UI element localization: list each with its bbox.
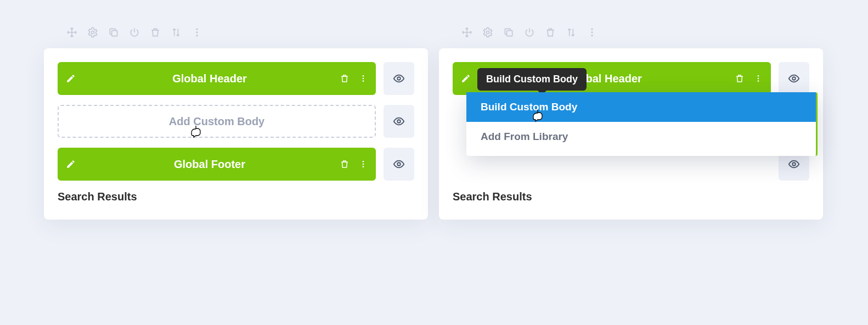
trash-icon[interactable] xyxy=(335,159,354,169)
svg-point-14 xyxy=(487,31,489,34)
panel-toolbar xyxy=(439,16,823,48)
svg-point-13 xyxy=(397,162,401,166)
section-title: Search Results xyxy=(58,190,414,203)
move-icon[interactable] xyxy=(66,26,78,38)
svg-point-18 xyxy=(591,35,593,36)
template-panel-left: Global Header Add Custom Body Global Foo… xyxy=(44,16,428,309)
pencil-icon[interactable] xyxy=(58,159,84,169)
svg-point-4 xyxy=(196,35,198,36)
more-icon[interactable] xyxy=(191,26,203,38)
trash-icon[interactable] xyxy=(730,74,749,83)
option-build-custom-body[interactable]: Build Custom Body xyxy=(466,92,816,122)
visibility-toggle[interactable] xyxy=(384,148,414,181)
option-label: Build Custom Body xyxy=(481,101,577,113)
svg-point-6 xyxy=(363,78,364,80)
visibility-toggle[interactable] xyxy=(384,62,414,95)
svg-point-22 xyxy=(792,77,796,80)
visibility-toggle[interactable] xyxy=(384,105,414,138)
trash-icon[interactable] xyxy=(544,26,556,38)
template-card: Global Header Add Custom Body Global Foo… xyxy=(44,48,428,220)
more-icon[interactable] xyxy=(749,74,768,83)
footer-row: Global Footer xyxy=(58,148,414,181)
global-footer-bar[interactable]: Global Footer xyxy=(58,148,376,181)
svg-point-0 xyxy=(92,31,94,34)
panel-toolbar xyxy=(44,16,428,48)
svg-point-19 xyxy=(758,75,759,77)
svg-point-12 xyxy=(363,166,364,167)
header-row: Global Header xyxy=(58,62,414,95)
trash-icon[interactable] xyxy=(335,74,354,83)
power-icon[interactable] xyxy=(128,26,140,38)
svg-point-16 xyxy=(591,29,593,30)
global-header-bar[interactable]: Global Header xyxy=(58,62,376,95)
more-icon[interactable] xyxy=(354,159,373,169)
gear-icon[interactable] xyxy=(87,26,99,38)
svg-rect-1 xyxy=(112,31,117,36)
svg-point-21 xyxy=(758,80,759,82)
add-custom-body-placeholder[interactable]: Add Custom Body xyxy=(58,105,376,138)
svg-point-11 xyxy=(363,164,364,165)
svg-point-2 xyxy=(196,29,198,30)
svg-point-5 xyxy=(363,75,364,77)
move-icon[interactable] xyxy=(461,26,473,38)
pencil-icon[interactable] xyxy=(58,74,84,83)
svg-point-17 xyxy=(591,31,593,33)
template-panel-right: Global Header Build Custom Body Build Cu… xyxy=(439,16,823,309)
gear-icon[interactable] xyxy=(482,26,494,38)
footer-label: Global Footer xyxy=(84,158,335,171)
tooltip: Build Custom Body xyxy=(477,68,587,91)
template-card: Global Header Build Custom Body Build Cu… xyxy=(439,48,823,220)
svg-point-7 xyxy=(363,80,364,82)
option-label: Add From Library xyxy=(481,131,568,142)
duplicate-icon[interactable] xyxy=(503,26,515,38)
body-row: Add Custom Body xyxy=(58,105,414,138)
svg-point-10 xyxy=(363,161,364,162)
sort-icon[interactable] xyxy=(170,26,182,38)
duplicate-icon[interactable] xyxy=(108,26,120,38)
svg-point-24 xyxy=(792,162,796,166)
pencil-icon[interactable] xyxy=(453,74,479,83)
add-body-dropdown: Build Custom Body Build Custom Body Add … xyxy=(466,92,818,156)
svg-point-20 xyxy=(758,78,759,80)
svg-point-3 xyxy=(196,31,198,33)
more-icon[interactable] xyxy=(354,74,373,83)
svg-rect-15 xyxy=(507,31,512,36)
header-label: Global Header xyxy=(84,72,335,85)
section-title: Search Results xyxy=(453,190,809,203)
visibility-toggle[interactable] xyxy=(779,62,809,95)
trash-icon[interactable] xyxy=(149,26,161,38)
placeholder-label: Add Custom Body xyxy=(169,115,264,128)
power-icon[interactable] xyxy=(523,26,536,38)
more-icon[interactable] xyxy=(586,26,598,38)
option-add-from-library[interactable]: Add From Library xyxy=(466,122,816,152)
svg-point-9 xyxy=(397,120,401,123)
sort-icon[interactable] xyxy=(565,26,577,38)
svg-point-8 xyxy=(397,77,401,80)
